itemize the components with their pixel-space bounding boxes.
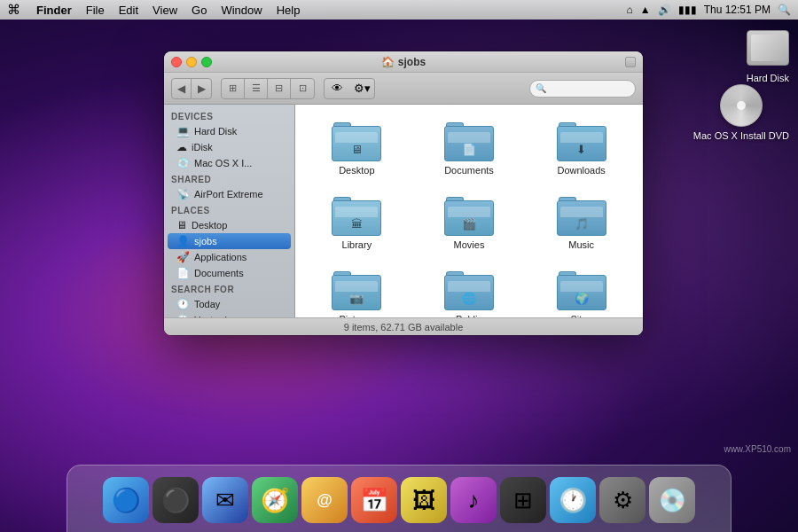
dock-item-iphoto[interactable]: 🖼 xyxy=(401,477,447,523)
finder-dock-icon: 🔵 xyxy=(103,477,149,523)
desktop-icon-hard-disk[interactable]: Hard Disk xyxy=(747,27,789,83)
file-item-pictures[interactable]: 📷 Pictures xyxy=(304,262,410,317)
dock-item-safari[interactable]: 🧭 xyxy=(252,477,298,523)
library-folder-label: Library xyxy=(342,239,372,250)
shared-header: SHARED xyxy=(164,171,294,186)
menubar-edit[interactable]: Edit xyxy=(112,0,145,20)
sidebar-item-sjobs[interactable]: 👤 sjobs xyxy=(168,233,291,249)
apps-sidebar-label: Applications xyxy=(194,252,246,262)
ical-dock-icon: 📅 xyxy=(351,477,397,523)
hard-disk-sidebar-label: Hard Disk xyxy=(194,126,237,137)
file-item-movies[interactable]: 🎬 Movies xyxy=(417,188,522,255)
idisk-sidebar-label: iDisk xyxy=(192,142,213,153)
finder-titlebar: 🏠 sjobs xyxy=(164,51,643,73)
wifi-icon[interactable]: ▲ xyxy=(640,4,651,16)
dock: 🔵 ⚫ ✉ 🧭 @ 📅 🖼 ♪ ⊞ 🕐 ⚙ xyxy=(0,461,798,532)
menubar-view[interactable]: View xyxy=(145,0,184,20)
airport-sidebar-label: AirPort Extreme xyxy=(194,189,263,200)
sidebar-item-desktop[interactable]: 🖥 Desktop xyxy=(164,217,294,233)
movies-folder-icon: 🎬 xyxy=(444,193,494,236)
today-sidebar-label: Today xyxy=(194,299,220,309)
iphoto-dock-icon: 🖼 xyxy=(401,477,447,523)
dock-item-dvdplayer[interactable]: 💿 xyxy=(649,477,695,523)
sjobs-sidebar-label: sjobs xyxy=(194,236,217,246)
dvd-label: Mac OS X Install DVD xyxy=(693,130,789,141)
back-button[interactable]: ◀ xyxy=(172,79,192,98)
list-view-button[interactable]: ☰ xyxy=(245,79,268,98)
menubar-finder[interactable]: Finder xyxy=(29,0,79,20)
dock-item-mail[interactable]: ✉ xyxy=(202,477,248,523)
sidebar-item-documents[interactable]: 📄 Documents xyxy=(164,265,294,281)
desktop-icon-dvd[interactable]: Mac OS X Install DVD xyxy=(693,84,789,141)
hard-disk-label: Hard Disk xyxy=(747,73,789,83)
macos-sidebar-label: Mac OS X I... xyxy=(194,158,252,168)
menubar: ⌘ Finder File Edit View Go Window Help ⌂… xyxy=(0,0,798,20)
syspref-dock-icon: ⚙ xyxy=(599,477,645,523)
idisk-sidebar-icon: ☁ xyxy=(176,141,187,153)
file-item-desktop[interactable]: 🖥 Desktop xyxy=(304,113,410,181)
close-button[interactable] xyxy=(171,57,182,67)
file-item-downloads[interactable]: ⬇ Downloads xyxy=(528,113,634,181)
airport-sidebar-icon: 📡 xyxy=(176,188,190,200)
addressbook-dock-icon: @ xyxy=(301,477,348,523)
menubar-file[interactable]: File xyxy=(79,0,112,20)
dock-item-dashboard[interactable]: ⚫ xyxy=(153,477,199,523)
file-item-sites[interactable]: 🌍 Sites xyxy=(528,262,634,317)
music-folder-icon: 🎵 xyxy=(557,193,606,236)
desktop-sidebar-label: Desktop xyxy=(192,220,227,231)
dock-item-spaces[interactable]: ⊞ xyxy=(500,477,546,523)
action-buttons: 👁 ⚙▾ xyxy=(324,78,375,99)
spaces-dock-icon: ⊞ xyxy=(500,477,546,523)
dock-item-clock[interactable]: 🕐 xyxy=(550,477,596,523)
dvd-icon-image xyxy=(720,84,763,127)
public-folder-label: Public xyxy=(456,314,482,317)
mail-dock-icon: ✉ xyxy=(202,477,248,523)
menubar-help[interactable]: Help xyxy=(270,0,308,20)
file-item-documents[interactable]: 📄 Documents xyxy=(417,113,522,181)
resize-button[interactable] xyxy=(625,57,636,67)
dock-item-ical[interactable]: 📅 xyxy=(351,477,397,523)
cover-flow-button[interactable]: ⊡ xyxy=(291,79,314,98)
safari-dock-icon: 🧭 xyxy=(252,477,298,523)
dock-item-syspref[interactable]: ⚙ xyxy=(599,477,645,523)
file-item-public[interactable]: 🌐 Public xyxy=(417,262,522,317)
dock-item-addressbook[interactable]: @ xyxy=(301,477,348,523)
clock-display: Thu 12:51 PM xyxy=(704,4,771,16)
gear-button[interactable]: ⚙▾ xyxy=(349,79,374,98)
menubar-go[interactable]: Go xyxy=(184,0,214,20)
eye-button[interactable]: 👁 xyxy=(325,79,349,98)
sidebar-item-today[interactable]: 🕐 Today xyxy=(164,296,294,312)
dock-item-itunes[interactable]: ♪ xyxy=(450,477,497,523)
public-folder-icon: 🌐 xyxy=(444,268,494,310)
maximize-button[interactable] xyxy=(201,57,212,67)
menubar-window[interactable]: Window xyxy=(214,0,269,20)
sidebar-item-applications[interactable]: 🚀 Applications xyxy=(164,249,294,265)
devices-header: DEVICES xyxy=(164,108,294,123)
bluetooth-icon[interactable]: ⌂ xyxy=(626,4,632,16)
file-item-library[interactable]: 🏛 Library xyxy=(304,188,410,255)
dock-item-finder[interactable]: 🔵 xyxy=(103,477,149,523)
dock-items: 🔵 ⚫ ✉ 🧭 @ 📅 🖼 ♪ ⊞ 🕐 ⚙ xyxy=(94,477,704,528)
search-icon: 🔍 xyxy=(536,83,546,93)
battery-icon[interactable]: ▮▮▮ xyxy=(678,4,697,16)
spotlight-icon[interactable]: 🔍 xyxy=(778,4,791,16)
finder-sidebar: DEVICES 💻 Hard Disk ☁ iDisk 💿 Mac OS X I… xyxy=(164,105,295,317)
movies-folder-label: Movies xyxy=(454,239,485,250)
sidebar-item-airport[interactable]: 📡 AirPort Extreme xyxy=(164,186,294,202)
sidebar-item-hard-disk[interactable]: 💻 Hard Disk xyxy=(164,123,294,139)
volume-icon[interactable]: 🔊 xyxy=(658,4,671,16)
window-title: 🏠 sjobs xyxy=(381,56,426,68)
dvdplayer-dock-icon: 💿 xyxy=(649,477,695,523)
sidebar-item-macos[interactable]: 💿 Mac OS X I... xyxy=(164,155,294,171)
file-item-music[interactable]: 🎵 Music xyxy=(528,188,634,255)
itunes-dock-icon: ♪ xyxy=(450,477,497,523)
column-view-button[interactable]: ⊟ xyxy=(268,79,291,98)
apple-menu[interactable]: ⌘ xyxy=(7,2,20,18)
forward-button[interactable]: ▶ xyxy=(192,79,211,98)
finder-main-area: 🖥 Desktop 📄 Documents xyxy=(295,105,643,317)
sidebar-item-idisk[interactable]: ☁ iDisk xyxy=(164,139,294,155)
icon-view-button[interactable]: ⊞ xyxy=(222,79,245,98)
minimize-button[interactable] xyxy=(186,57,197,67)
places-header: PLACES xyxy=(164,202,294,217)
search-bar[interactable]: 🔍 xyxy=(529,80,636,98)
